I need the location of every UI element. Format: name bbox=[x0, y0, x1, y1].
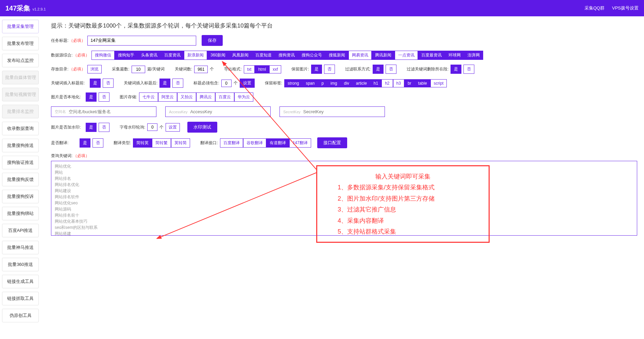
source-tag-16[interactable]: 澎湃网 bbox=[464, 51, 483, 60]
keep-tag-11[interactable]: script bbox=[430, 79, 447, 87]
sidebar-item-2[interactable]: 发布站点监控 bbox=[2, 54, 39, 67]
source-tag-4[interactable]: 新浪新闻 bbox=[184, 51, 207, 60]
source-tag-6[interactable]: 凤凰新闻 bbox=[229, 51, 252, 60]
keep-img-yes[interactable]: 是 bbox=[311, 65, 322, 74]
keep-tags-label: 保留标签: bbox=[265, 80, 282, 86]
watermark-yes[interactable]: 是 bbox=[86, 123, 97, 132]
count-input[interactable] bbox=[132, 66, 145, 73]
trans-api-1[interactable]: 谷歌翻译 bbox=[243, 138, 266, 148]
filter-kw-yes[interactable]: 是 bbox=[451, 65, 461, 74]
trans-api-0[interactable]: 百度翻译 bbox=[220, 138, 243, 148]
link-qq-group[interactable]: 采集QQ群 bbox=[584, 5, 605, 11]
browse-button[interactable]: 浏览 bbox=[87, 65, 102, 73]
translate-yes[interactable]: 是 bbox=[80, 138, 90, 148]
sidebar-item-13[interactable]: 批量神马推送 bbox=[2, 241, 39, 254]
keep-tag-8[interactable]: h3 bbox=[393, 79, 404, 87]
keep-tag-3[interactable]: img bbox=[327, 79, 340, 87]
source-tag-14[interactable]: 百度最资讯 bbox=[418, 51, 445, 60]
title-must-input[interactable] bbox=[221, 80, 232, 87]
trans-api-3[interactable]: 147翻译 bbox=[289, 138, 311, 148]
source-tag-2[interactable]: 头条资讯 bbox=[138, 51, 161, 60]
accesskey-input-wrap: AccessKey bbox=[165, 106, 271, 117]
sidebar-item-5: 批量排名监控 bbox=[2, 105, 39, 118]
sidebar-item-7[interactable]: 批量搜狗推送 bbox=[2, 139, 39, 152]
source-tag-8[interactable]: 搜狗资讯 bbox=[275, 51, 298, 60]
save-button[interactable]: 保存 bbox=[202, 35, 223, 46]
source-tag-11[interactable]: 网易资讯 bbox=[349, 51, 372, 60]
keep-tag-6[interactable]: h1 bbox=[370, 79, 382, 87]
kw-after-yes[interactable]: 是 bbox=[159, 79, 170, 88]
trans-api-2[interactable]: 有道翻译 bbox=[266, 138, 289, 148]
source-tag-3[interactable]: 百度资讯 bbox=[161, 51, 184, 60]
kw-after-no[interactable]: 否 bbox=[172, 79, 183, 88]
source-tag-7[interactable]: 百度知道 bbox=[252, 51, 275, 60]
source-tag-12[interactable]: 腾讯新闻 bbox=[372, 51, 395, 60]
source-tag-9[interactable]: 搜狗公众号 bbox=[298, 51, 325, 60]
sidebar-item-9[interactable]: 批量搜狗反馈 bbox=[2, 173, 39, 186]
sidebar-item-15[interactable]: 链接生成工具 bbox=[2, 275, 39, 288]
space-input-wrap: 空间名 bbox=[51, 106, 156, 117]
cloud-tag-5[interactable]: 华为云 bbox=[234, 92, 253, 102]
cloud-tag-2[interactable]: 又拍云 bbox=[177, 92, 196, 102]
keep-tag-0[interactable]: strong bbox=[284, 79, 302, 87]
filter-contact-no[interactable]: 否 bbox=[386, 65, 396, 74]
sidebar-item-14[interactable]: 批量360推送 bbox=[2, 258, 39, 271]
trans-type-0[interactable]: 简转英 bbox=[133, 138, 152, 148]
watermark-no[interactable]: 否 bbox=[99, 123, 109, 132]
format-tag-0[interactable]: txt bbox=[244, 65, 255, 73]
source-tag-13[interactable]: 一点资讯 bbox=[395, 51, 418, 60]
api-config-button[interactable]: 接口配置 bbox=[317, 137, 347, 148]
source-tag-0[interactable]: 搜狗微信 bbox=[91, 51, 115, 60]
source-tag-15[interactable]: 环球网 bbox=[445, 51, 464, 60]
trans-type-2[interactable]: 英转简 bbox=[171, 138, 190, 148]
sidebar-item-16[interactable]: 链接抓取工具 bbox=[2, 292, 39, 305]
keep-tag-7[interactable]: h2 bbox=[382, 79, 393, 87]
sidebar-item-6[interactable]: 收录数据查询 bbox=[2, 122, 39, 135]
sidebar-item-0[interactable]: 批量采集管理 bbox=[2, 20, 39, 33]
count-label: 采集篇数: bbox=[112, 66, 129, 72]
keep-tag-9[interactable]: br bbox=[404, 79, 415, 87]
secretkey-input[interactable] bbox=[303, 109, 381, 114]
task-title-input[interactable] bbox=[87, 36, 196, 46]
keep-tag-5[interactable]: article bbox=[353, 79, 370, 87]
sidebar-item-8[interactable]: 搜狗验证推送 bbox=[2, 156, 39, 169]
translate-no[interactable]: 否 bbox=[92, 138, 103, 148]
source-tag-10[interactable]: 搜狐新闻 bbox=[325, 51, 349, 60]
format-tag-2[interactable]: xxf bbox=[269, 65, 281, 73]
title-must-set[interactable]: 设置 bbox=[240, 79, 255, 88]
keep-tag-4[interactable]: div bbox=[340, 79, 352, 87]
keep-tag-2[interactable]: p bbox=[318, 79, 327, 87]
cloud-tag-3[interactable]: 腾讯云 bbox=[196, 92, 215, 102]
keywords-textarea[interactable] bbox=[51, 161, 637, 236]
keep-tag-1[interactable]: span bbox=[302, 79, 318, 87]
accesskey-input[interactable] bbox=[190, 109, 267, 114]
img-local-no[interactable]: 否 bbox=[99, 92, 109, 102]
sidebar-item-1[interactable]: 批量发布管理 bbox=[2, 37, 39, 50]
link-vps-settings[interactable]: VPS拨号设置 bbox=[612, 5, 639, 11]
sidebar-item-17[interactable]: 伪原创工具 bbox=[2, 309, 39, 322]
filter-kw-no[interactable]: 否 bbox=[463, 65, 474, 74]
title-must-label: 标题必须包含: bbox=[193, 80, 219, 86]
source-tag-5[interactable]: 360新闻 bbox=[207, 51, 229, 60]
cloud-tag-0[interactable]: 七牛云 bbox=[139, 92, 158, 102]
watermark-test-button[interactable]: 水印测试 bbox=[187, 122, 217, 133]
format-tag-1[interactable]: html bbox=[255, 65, 269, 73]
keep-img-no[interactable]: 否 bbox=[324, 65, 335, 74]
space-input[interactable] bbox=[69, 109, 153, 114]
trans-type-1[interactable]: 简转繁 bbox=[152, 138, 171, 148]
translate-api-label: 翻译接口: bbox=[200, 140, 218, 146]
keep-tag-10[interactable]: table bbox=[415, 79, 430, 87]
sidebar-item-10[interactable]: 批量搜狗投诉 bbox=[2, 190, 39, 203]
alpha-wm-input[interactable] bbox=[147, 123, 157, 131]
kw-count-input[interactable] bbox=[194, 66, 208, 73]
alpha-wm-set[interactable]: 设置 bbox=[166, 123, 180, 132]
sidebar-item-12[interactable]: 百度API推送 bbox=[2, 224, 39, 237]
img-local-yes[interactable]: 是 bbox=[86, 92, 97, 102]
filter-contact-yes[interactable]: 是 bbox=[373, 65, 384, 74]
source-tag-1[interactable]: 搜狗知乎 bbox=[115, 51, 138, 60]
cloud-tag-1[interactable]: 阿里云 bbox=[158, 92, 177, 102]
kw-before-yes[interactable]: 是 bbox=[90, 79, 101, 88]
sidebar-item-11[interactable]: 批量搜狗绑站 bbox=[2, 207, 39, 220]
kw-before-no[interactable]: 否 bbox=[103, 79, 114, 88]
cloud-tag-4[interactable]: 百度云 bbox=[215, 92, 234, 102]
